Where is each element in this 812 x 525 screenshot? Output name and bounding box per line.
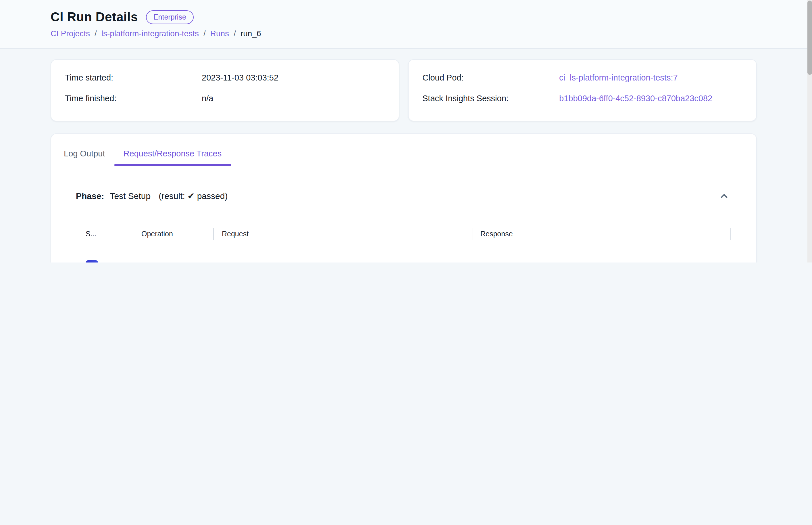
operation-link[interactable]: ListTables [133,262,213,262]
column-header-request: Request [213,223,472,245]
breadcrumb-separator: / [234,29,236,38]
page-title: CI Run Details [50,10,138,25]
tab-log-output[interactable]: Log Output [54,143,114,166]
cloud-pod-link[interactable]: ci_ls-platform-integration-tests:7 [559,72,743,84]
phase-label: Phase: [76,191,104,201]
breadcrumb-separator: / [95,29,97,38]
time-finished-label: Time finished: [65,93,202,105]
time-started-label: Time started: [65,72,202,84]
scrollbar-thumb[interactable] [808,1,812,75]
time-finished-value: n/a [202,93,385,105]
column-header-spacer [730,223,741,245]
phase-accordion-header[interactable]: Phase: Test Setup (result: ✔ passed) [51,186,756,207]
time-info-card: Time started: 2023-11-03 03:03:52 Time f… [50,59,400,121]
response-expand-link[interactable]: Click to Expand [472,262,730,262]
trace-table: S... Operation Request Response ListTabl… [85,223,741,262]
title-row: CI Run Details Enterprise [50,0,812,25]
phase-heading: Phase: Test Setup (result: ✔ passed) [76,191,228,201]
column-header-service: S... [85,223,133,245]
table-header-row: S... Operation Request Response [85,223,741,245]
table-row: ListTables Click to Expand Click to Expa… [85,251,741,262]
time-started-value: 2023-11-03 03:03:52 [202,72,385,84]
chevron-up-icon[interactable] [717,189,731,203]
ci-run-details-page: CI Run Details Enterprise CI Projects / … [0,0,812,262]
traces-card: Log Output Request/Response Traces Phase… [50,133,757,262]
breadcrumb-current-run: run_6 [240,29,261,38]
tab-request-response-traces[interactable]: Request/Response Traces [114,143,231,166]
breadcrumb-ci-projects[interactable]: CI Projects [50,29,90,38]
stack-insights-label: Stack Insights Session: [422,93,559,105]
cloud-pod-label: Cloud Pod: [422,72,559,84]
column-header-operation: Operation [133,223,213,245]
breadcrumb-project[interactable]: ls-platform-integration-tests [102,29,199,38]
breadcrumb-runs[interactable]: Runs [210,29,229,38]
breadcrumb-separator: / [203,29,206,38]
request-expand-link[interactable]: Click to Expand [213,262,472,262]
breadcrumb: CI Projects / ls-platform-integration-te… [50,29,812,38]
dynamodb-icon [85,260,98,262]
phase-result: (result: ✔ passed) [159,191,228,201]
links-info-card: Cloud Pod: ci_ls-platform-integration-te… [408,59,757,121]
tabs: Log Output Request/Response Traces [51,134,756,166]
scrollbar-track[interactable] [808,0,812,262]
phase-name: Test Setup [110,191,151,201]
enterprise-badge: Enterprise [146,10,194,24]
page-header: CI Run Details Enterprise CI Projects / … [0,0,812,49]
info-cards-row: Time started: 2023-11-03 03:03:52 Time f… [50,59,757,121]
stack-insights-link[interactable]: b1bb09da-6ff0-4c52-8930-c870ba23c082 [559,93,743,105]
column-header-response: Response [472,223,730,245]
